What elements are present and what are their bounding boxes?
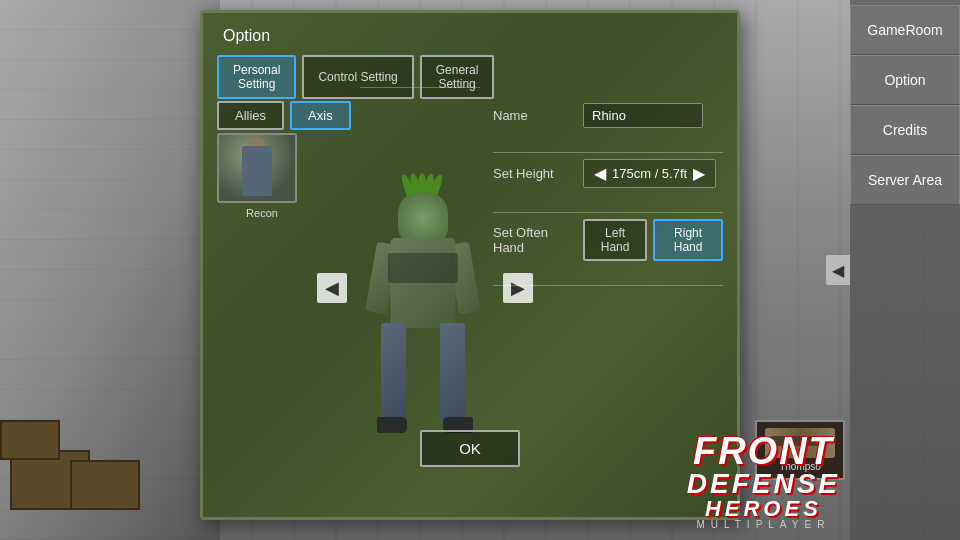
ok-button[interactable]: OK: [420, 430, 520, 467]
height-control: ◀ 175cm / 5.7ft ▶: [583, 159, 716, 188]
height-label: Set Height: [493, 166, 573, 181]
logo-subtitle: MULTIPLAYER: [687, 520, 840, 530]
soldier-head: [398, 193, 448, 243]
divider-3: [493, 285, 723, 286]
sidebar-option-btn[interactable]: Option: [850, 55, 960, 105]
character-prev-arrow[interactable]: ◀: [317, 273, 347, 303]
right-hand-btn[interactable]: Right Hand: [653, 219, 723, 261]
divider-2: [493, 212, 723, 213]
height-value: 175cm / 5.7ft: [612, 166, 687, 181]
game-logo: FRONT DEFENSE HEROES MULTIPLAYER: [687, 432, 840, 530]
char-thumb-figure: [242, 146, 272, 196]
logo-front: FRONT: [687, 432, 840, 470]
soldier-right-leg: [440, 323, 465, 423]
name-row: Name: [493, 103, 723, 128]
sidebar-gameroom-btn[interactable]: GameRoom: [850, 5, 960, 55]
character-preview: Recon: [217, 133, 307, 219]
tab-personal-setting[interactable]: PersonalSetting: [217, 55, 296, 99]
right-sidebar: GameRoom Option Credits Server Area: [850, 0, 960, 540]
soldier-left-boot: [377, 417, 407, 433]
height-decrease-btn[interactable]: ◀: [594, 164, 606, 183]
hand-buttons: Left Hand Right Hand: [583, 219, 723, 261]
height-increase-btn[interactable]: ▶: [693, 164, 705, 183]
logo-heroes: HEROES: [687, 498, 840, 520]
logo-defense: DEFENSE: [687, 470, 840, 498]
sidebar-server-area-btn[interactable]: Server Area: [850, 155, 960, 205]
faction-allies-btn[interactable]: Allies: [217, 101, 284, 130]
soldier-gear: [388, 253, 458, 283]
name-label: Name: [493, 108, 573, 123]
character-thumbnail[interactable]: [217, 133, 297, 203]
settings-area: Name Set Height ◀ 175cm / 5.7ft ▶ Set Of…: [493, 55, 723, 292]
soldier-left-leg: [381, 323, 406, 423]
name-input[interactable]: [583, 103, 703, 128]
divider-1: [493, 152, 723, 153]
height-row: Set Height ◀ 175cm / 5.7ft ▶: [493, 159, 723, 188]
tabs-row: PersonalSetting Control Setting GeneralS…: [217, 55, 494, 99]
sidebar-expand-arrow[interactable]: ◀: [826, 255, 850, 285]
main-options-panel: Option PersonalSetting Control Setting G…: [200, 10, 740, 520]
soldier-body: [391, 238, 456, 328]
crate: [70, 460, 140, 510]
hand-label: Set Often Hand: [493, 225, 573, 255]
tab-control-setting[interactable]: Control Setting: [302, 55, 413, 99]
tab-general-setting[interactable]: GeneralSetting: [420, 55, 495, 99]
sidebar-credits-btn[interactable]: Credits: [850, 105, 960, 155]
tab-divider: [360, 87, 480, 88]
character-class-label: Recon: [217, 207, 307, 219]
left-hand-btn[interactable]: Left Hand: [583, 219, 647, 261]
hand-row: Set Often Hand Left Hand Right Hand: [493, 219, 723, 261]
panel-title: Option: [223, 27, 270, 45]
crate: [0, 420, 60, 460]
